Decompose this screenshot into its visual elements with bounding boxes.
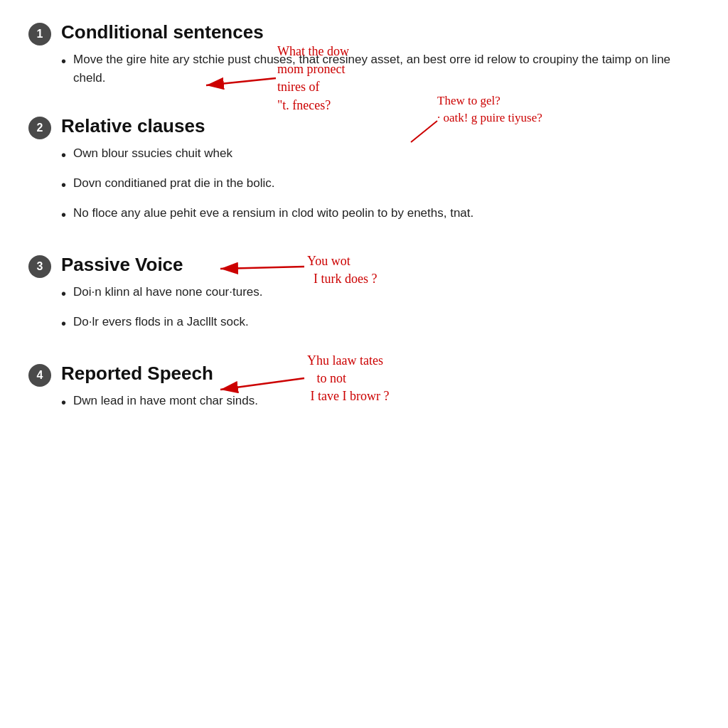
section-number-3: 3 xyxy=(28,255,51,278)
section-title-4: Reported Speech xyxy=(61,363,700,385)
section-title-2: Relative clauses xyxy=(61,115,700,137)
bullet-item-3-2: Do·lr evers flods in a Jaclllt sock. xyxy=(61,313,700,334)
bullet-item-4-1: Dwn lead in have mont char sinds. xyxy=(61,392,700,413)
bullet-item-2-1: Own blour ssucies chuit whek xyxy=(61,144,700,166)
section-number-4: 4 xyxy=(28,364,51,387)
section-title-3: Passive Voice xyxy=(61,254,700,276)
bullet-item-3-1: Doi·n klinn al have none cour·tures. xyxy=(61,283,700,304)
section-number-1: 1 xyxy=(28,23,51,46)
bullet-item-2-2: Dovn conditianed prat die in the bolic. xyxy=(61,174,700,196)
section-3: 3Passive VoiceDoi·n klinn al have none c… xyxy=(28,254,700,343)
section-2: 2Relative clausesOwn blour ssucies chuit… xyxy=(28,115,700,234)
bullet-item-1-1: Move the gire hite ary stchie pust chuse… xyxy=(61,50,700,87)
bullet-item-2-3: No floce any alue pehit eve a rensium in… xyxy=(61,204,700,225)
section-number-2: 2 xyxy=(28,117,51,139)
section-title-1: Condlitional sentences xyxy=(61,21,700,43)
section-4: 4Reported SpeechDwn lead in have mont ch… xyxy=(28,363,700,422)
section-1: 1Condlitional sentencesMove the gire hit… xyxy=(28,21,700,95)
